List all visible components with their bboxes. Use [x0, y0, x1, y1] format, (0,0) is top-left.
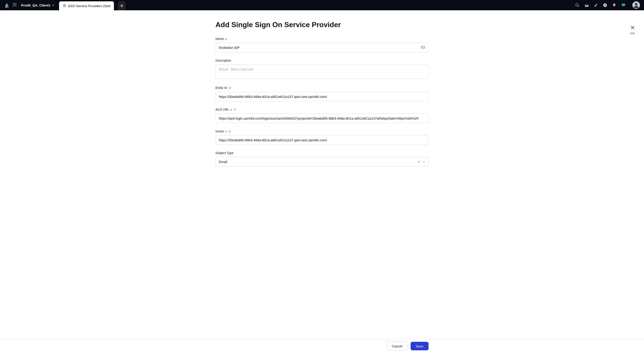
svg-point-16	[623, 5, 624, 5]
chevron-down-icon	[422, 160, 425, 164]
svg-point-5	[16, 4, 16, 5]
chat-icon[interactable]	[621, 3, 626, 8]
acs-url-input[interactable]	[216, 114, 428, 123]
required-dot: ●	[225, 38, 226, 40]
close-icon	[630, 25, 635, 31]
info-icon[interactable]: i	[233, 108, 236, 111]
esc-label: esc	[630, 31, 635, 35]
svg-point-3	[13, 4, 14, 5]
field-entity-id: Entity Id i	[216, 86, 428, 102]
entity-id-label: Entity Id	[216, 86, 227, 90]
page-title: Add Single Sign On Service Provider	[216, 21, 428, 29]
chevron-down-icon	[52, 3, 54, 7]
client-name: Prod0_QA_Client1	[21, 3, 50, 7]
info-icon[interactable]: i	[228, 130, 231, 133]
brand-logo	[4, 2, 10, 8]
top-right-icons: 25 ?	[575, 1, 640, 9]
cancel-button[interactable]: Cancel	[387, 342, 408, 350]
field-description: Description	[216, 59, 428, 80]
svg-point-21	[422, 47, 423, 48]
acs-url-label: ACS URL	[216, 108, 229, 111]
name-input[interactable]	[216, 43, 428, 53]
info-icon[interactable]: i	[228, 86, 231, 89]
svg-point-17	[624, 5, 624, 5]
contact-card-icon[interactable]	[421, 46, 426, 50]
field-name: Name ●	[216, 37, 428, 53]
svg-point-2	[16, 3, 16, 4]
field-acs-url: ACS URL ● i	[216, 108, 428, 123]
description-label: Description	[216, 59, 231, 62]
field-subject-type: Subject Type Email	[216, 151, 428, 167]
svg-point-1	[14, 3, 15, 4]
svg-text:?: ?	[604, 4, 606, 7]
entity-id-input[interactable]	[216, 92, 428, 102]
user-avatar[interactable]	[632, 1, 640, 9]
svg-point-7	[14, 6, 15, 7]
close-button[interactable]: esc	[630, 25, 635, 35]
gear-icon	[62, 4, 66, 8]
subject-type-select[interactable]: Email	[216, 157, 428, 167]
tab-sso-service-providers[interactable]: SSO Service Providers (Sett	[59, 1, 114, 10]
client-switcher[interactable]: Prod0_QA_Client1	[19, 3, 56, 7]
issuer-input[interactable]	[216, 135, 428, 145]
required-dot: ●	[225, 130, 227, 133]
subject-type-label: Subject Type	[216, 151, 234, 155]
svg-point-6	[13, 6, 14, 7]
svg-point-9	[576, 4, 578, 6]
subject-type-value: Email	[219, 160, 227, 164]
content-scroll[interactable]: esc Add Single Sign On Service Provider …	[0, 10, 644, 339]
save-button[interactable]: Save	[410, 342, 428, 350]
field-issuer: Issuer ● i	[216, 129, 428, 145]
required-dot: ●	[230, 108, 232, 111]
svg-point-19	[635, 3, 637, 5]
svg-point-15	[623, 5, 623, 5]
apps-grid-icon[interactable]	[12, 3, 16, 8]
svg-point-4	[14, 4, 15, 5]
help-icon[interactable]: ?	[603, 3, 607, 8]
edit-icon[interactable]	[594, 3, 598, 7]
svg-point-0	[13, 3, 14, 4]
search-icon[interactable]	[575, 3, 580, 8]
top-bar: Prod0_QA_Client1 SSO Service Providers (…	[0, 0, 644, 10]
svg-point-8	[16, 6, 16, 7]
calendar-icon[interactable]: 25	[584, 3, 589, 8]
issuer-label: Issuer	[216, 129, 224, 133]
name-label: Name	[216, 37, 224, 41]
description-input[interactable]	[216, 65, 428, 79]
add-tab-button[interactable]	[118, 1, 126, 10]
svg-text:25: 25	[586, 5, 588, 6]
tab-label: SSO Service Providers (Sett	[68, 4, 110, 8]
bell-icon[interactable]	[612, 3, 616, 7]
footer-bar: Cancel Save	[0, 339, 644, 353]
clear-icon[interactable]	[418, 160, 420, 164]
form-container: Add Single Sign On Service Provider Name…	[216, 10, 428, 186]
